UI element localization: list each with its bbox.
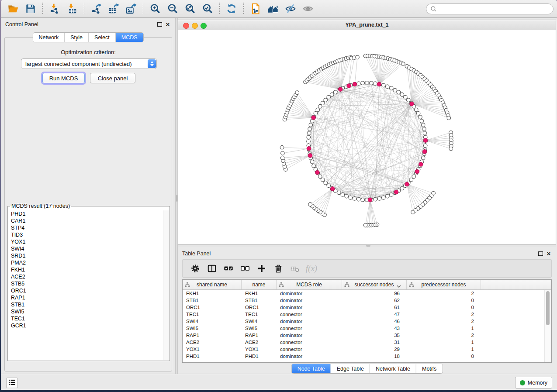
table-scrollbar-thumb[interactable] bbox=[546, 291, 550, 325]
table-cell[interactable]: SWI5 bbox=[183, 325, 242, 332]
control-panel-close-button[interactable]: × bbox=[164, 21, 171, 28]
export-network-button[interactable] bbox=[87, 1, 105, 16]
table-row[interactable]: PHD1PHD1dominator180 bbox=[183, 353, 551, 360]
column-header-successor-nodes[interactable]: successor nodes bbox=[342, 280, 407, 289]
network-graph[interactable] bbox=[178, 30, 556, 244]
table-scrollbar-track[interactable] bbox=[544, 290, 551, 362]
horizontal-splitter-handle[interactable] bbox=[366, 245, 370, 247]
table-row[interactable]: YOX1YOX1connector291 bbox=[183, 346, 551, 353]
table-cell[interactable]: FKH1 bbox=[242, 290, 277, 297]
table-cell[interactable]: SWI5 bbox=[242, 325, 277, 332]
hide-selected-button[interactable] bbox=[282, 1, 299, 16]
table-cell[interactable]: 2 bbox=[407, 290, 481, 297]
table-cell[interactable]: dominator bbox=[277, 304, 342, 311]
table-cell[interactable]: PHD1 bbox=[242, 353, 277, 360]
table-cell[interactable]: 47 bbox=[342, 311, 407, 318]
table-cell[interactable]: dominator bbox=[277, 353, 342, 360]
table-cell[interactable]: connector bbox=[277, 346, 342, 353]
table-cell[interactable]: connector bbox=[277, 311, 342, 318]
table-row[interactable]: ACE2ACE2connector311 bbox=[183, 339, 551, 346]
export-image-button[interactable] bbox=[122, 1, 140, 16]
table-cell[interactable]: ACE2 bbox=[183, 339, 242, 346]
tab-select[interactable]: Select bbox=[88, 33, 115, 42]
table-row[interactable]: ORC1ORC1dominator610 bbox=[183, 304, 551, 311]
table-cell[interactable]: 1 bbox=[407, 325, 481, 332]
table-cell[interactable]: connector bbox=[277, 325, 342, 332]
run-mcds-button[interactable]: Run MCDS bbox=[42, 73, 85, 83]
task-history-button[interactable] bbox=[6, 378, 18, 388]
table-cell[interactable]: 1 bbox=[407, 346, 481, 353]
table-row[interactable]: TEC1TEC1connector472 bbox=[183, 311, 551, 318]
memory-button[interactable]: Memory bbox=[515, 377, 552, 389]
vertical-splitter-handle[interactable] bbox=[176, 195, 178, 202]
zoom-selected-button[interactable] bbox=[199, 1, 216, 16]
table-cell[interactable]: TEC1 bbox=[183, 311, 242, 318]
toggle-columns-button[interactable] bbox=[204, 261, 219, 275]
tab-edge-table[interactable]: Edge Table bbox=[331, 364, 370, 373]
table-cell[interactable]: 18 bbox=[342, 353, 407, 360]
table-cell[interactable]: 35 bbox=[342, 332, 407, 339]
mcds-result-item[interactable]: TEC1 bbox=[8, 315, 169, 322]
table-row[interactable]: SWI4SWI4dominator462 bbox=[183, 318, 551, 325]
mcds-result-item[interactable]: SWI5 bbox=[8, 308, 169, 315]
table-cell[interactable]: dominator bbox=[277, 290, 342, 297]
table-cell[interactable]: 43 bbox=[342, 325, 407, 332]
deselect-all-rows-button[interactable] bbox=[238, 261, 253, 275]
table-cell[interactable]: RAP1 bbox=[242, 332, 277, 339]
tab-node-table[interactable]: Node Table bbox=[292, 364, 331, 373]
table-cell[interactable]: YOX1 bbox=[183, 346, 242, 353]
mcds-result-item[interactable]: STB1 bbox=[8, 301, 169, 308]
mcds-result-item[interactable]: CAR1 bbox=[8, 217, 169, 224]
sort-chevron-icon[interactable] bbox=[397, 283, 401, 286]
close-panel-button[interactable]: Close panel bbox=[90, 73, 135, 83]
table-cell[interactable]: SWI4 bbox=[183, 318, 242, 325]
tab-motifs[interactable]: Motifs bbox=[416, 364, 442, 373]
table-cell[interactable]: dominator bbox=[277, 318, 342, 325]
table-row[interactable]: SWI5SWI5connector431 bbox=[183, 325, 551, 332]
mcds-result-item[interactable]: SRD1 bbox=[8, 252, 169, 259]
mcds-result-item[interactable]: RAP1 bbox=[8, 294, 169, 301]
mcds-result-item[interactable]: FKH1 bbox=[8, 266, 169, 273]
mcds-result-item[interactable]: GCR1 bbox=[8, 322, 169, 329]
table-cell[interactable]: 46 bbox=[342, 318, 407, 325]
table-cell[interactable]: YOX1 bbox=[242, 346, 277, 353]
mcds-result-list[interactable]: PHD1CAR1STP4TID3YOX1SWI4SRD1PMA2FKH1ACE2… bbox=[8, 210, 169, 360]
table-cell[interactable]: 0 bbox=[407, 353, 481, 360]
select-all-rows-button[interactable] bbox=[221, 261, 236, 275]
mcds-list-scrollbar[interactable] bbox=[163, 210, 169, 360]
mcds-result-item[interactable]: STB5 bbox=[8, 280, 169, 287]
mcds-result-item[interactable]: PMA2 bbox=[8, 259, 169, 266]
network-from-selection-button[interactable] bbox=[247, 1, 264, 16]
column-header-name[interactable]: name bbox=[242, 280, 277, 289]
table-cell[interactable]: connector bbox=[277, 339, 342, 346]
table-row[interactable]: STB1STB1dominator620 bbox=[183, 297, 551, 304]
table-cell[interactable]: PHD1 bbox=[183, 353, 242, 360]
table-cell[interactable]: dominator bbox=[277, 297, 342, 304]
table-panel-close-button[interactable]: × bbox=[545, 250, 552, 257]
column-header-predecessor-nodes[interactable]: predecessor nodes bbox=[407, 280, 481, 289]
table-cell[interactable]: 2 bbox=[407, 311, 481, 318]
optimization-criterion-select[interactable]: largest connected component (undirected) bbox=[21, 58, 157, 69]
zoom-fit-button[interactable] bbox=[181, 1, 199, 16]
import-network-button[interactable] bbox=[46, 1, 63, 16]
column-header-MCDS-role[interactable]: MCDS role bbox=[277, 280, 342, 289]
table-row[interactable]: FKH1FKH1dominator962 bbox=[183, 290, 551, 297]
mcds-result-item[interactable]: PHD1 bbox=[8, 210, 169, 217]
table-cell[interactable]: SWI4 bbox=[242, 318, 277, 325]
table-cell[interactable]: ACE2 bbox=[242, 339, 277, 346]
table-cell[interactable]: TEC1 bbox=[242, 311, 277, 318]
add-column-button[interactable] bbox=[254, 261, 269, 275]
refresh-layout-button[interactable] bbox=[223, 1, 240, 16]
table-settings-button[interactable] bbox=[188, 261, 203, 275]
control-panel-float-button[interactable] bbox=[156, 21, 163, 28]
zoom-in-button[interactable] bbox=[146, 1, 164, 16]
open-session-button[interactable] bbox=[4, 1, 22, 16]
table-cell[interactable]: 1 bbox=[407, 339, 481, 346]
table-cell[interactable]: RAP1 bbox=[183, 332, 242, 339]
mcds-result-item[interactable]: STP4 bbox=[8, 224, 169, 231]
mcds-result-item[interactable]: SWI4 bbox=[8, 245, 169, 252]
table-cell[interactable]: ORC1 bbox=[242, 304, 277, 311]
table-cell[interactable]: 0 bbox=[407, 304, 481, 311]
table-panel-float-button[interactable] bbox=[537, 250, 544, 257]
mcds-result-item[interactable]: ACE2 bbox=[8, 273, 169, 280]
